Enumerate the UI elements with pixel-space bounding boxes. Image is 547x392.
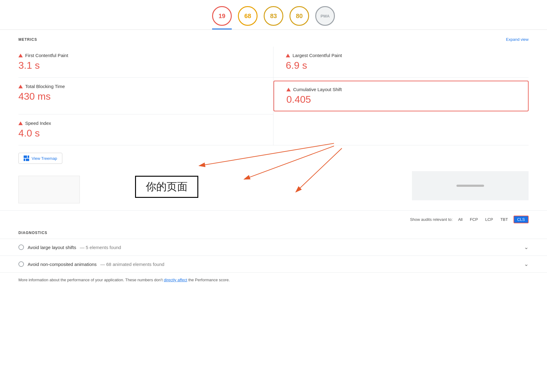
tab-4[interactable]: 80 (289, 6, 309, 29)
score-circle-19: 19 (212, 6, 232, 26)
audit-item-layout-shifts[interactable]: Avoid large layout shifts — 5 elements f… (0, 239, 547, 256)
error-icon-tbt (18, 85, 23, 88)
metric-speed-value: 4.0 s (18, 128, 264, 139)
error-icon-cls (286, 88, 291, 91)
filter-all-button[interactable]: All (456, 217, 464, 222)
audit-detail-non-composited: — 68 animated elements found (100, 262, 164, 267)
metric-fcp-header: First Contentful Paint (18, 53, 264, 58)
preview-scrollbar (456, 185, 484, 187)
treemap-button-label: View Treemap (32, 156, 57, 161)
audit-detail-layout-shifts: — 5 elements found (80, 245, 121, 250)
metrics-header: METRICS Expand view (0, 30, 547, 47)
metric-empty (274, 114, 529, 145)
score-tabs: 19 68 83 80 PWA (0, 0, 547, 30)
metric-tbt: Total Blocking Time 430 ms (18, 78, 274, 114)
metric-fcp: First Contentful Paint 3.1 s (18, 47, 274, 78)
score-circle-80: 80 (289, 6, 309, 26)
audit-status-icon-non-composited (18, 261, 24, 267)
tab-3[interactable]: 83 (264, 6, 283, 29)
metric-fcp-name: First Contentful Paint (25, 53, 68, 58)
score-circle-83: 83 (264, 6, 283, 26)
filter-label: Show audits relevant to: (410, 217, 453, 222)
page-preview-right (412, 171, 529, 200)
filter-tbt-button[interactable]: TBT (499, 217, 510, 222)
metric-lcp-header: Largest Contentful Paint (286, 53, 519, 58)
footer-text-before: More information about the performance o… (18, 278, 164, 282)
page-label-text: 你的页面 (146, 181, 188, 192)
error-icon-lcp (286, 54, 290, 57)
footer-text-after: the Performance score. (187, 278, 230, 282)
metric-speed-header: Speed Index (18, 121, 264, 126)
audit-title-non-composited: Avoid non-composited animations (28, 262, 97, 267)
filter-fcp-button[interactable]: FCP (468, 217, 480, 222)
audit-item-non-composited[interactable]: Avoid non-composited animations — 68 ani… (0, 256, 547, 272)
filter-lcp-button[interactable]: LCP (483, 217, 495, 222)
error-icon-fcp (18, 54, 23, 57)
metric-cls-name: Cumulative Layout Shift (293, 87, 342, 92)
chevron-icon-non-composited: ⌄ (524, 261, 529, 267)
metrics-section-label: METRICS (18, 37, 37, 42)
metric-speed: Speed Index 4.0 s (18, 114, 274, 145)
tab-pwa[interactable]: PWA (315, 6, 335, 29)
error-icon-speed (18, 121, 23, 125)
audit-title-layout-shifts: Avoid large layout shifts (28, 245, 76, 250)
metric-cls-value: 0.405 (286, 94, 519, 105)
chevron-icon-layout-shifts: ⌄ (524, 244, 529, 251)
audit-filter-bar: Show audits relevant to: All FCP LCP TBT… (0, 210, 547, 228)
score-circle-pwa: PWA (315, 6, 335, 26)
footer-link[interactable]: directly affect (164, 278, 187, 282)
filter-cls-button[interactable]: CLS (514, 216, 529, 223)
page-preview-area: 你的页面 (18, 171, 529, 208)
metric-tbt-name: Total Blocking Time (25, 84, 65, 89)
metric-lcp: Largest Contentful Paint 6.9 s (274, 47, 529, 78)
score-circle-68: 68 (238, 6, 258, 26)
tab-performance[interactable]: 19 (212, 6, 232, 29)
svg-line-3 (199, 143, 334, 166)
expand-view-button[interactable]: Expand view (506, 37, 529, 42)
view-treemap-button[interactable]: View Treemap (18, 153, 62, 164)
metric-cls: Cumulative Layout Shift 0.405 (274, 81, 529, 111)
page-label-box: 你的页面 (135, 176, 198, 198)
metric-tbt-header: Total Blocking Time (18, 84, 264, 89)
tab-2[interactable]: 68 (238, 6, 258, 29)
metrics-grid: First Contentful Paint 3.1 s Largest Con… (0, 47, 547, 145)
audit-left-non-composited: Avoid non-composited animations — 68 ani… (18, 261, 164, 267)
metric-fcp-value: 3.1 s (18, 60, 264, 71)
page-preview-placeholder (18, 176, 80, 203)
audit-left-layout-shifts: Avoid large layout shifts — 5 elements f… (18, 244, 121, 250)
treemap-icon (24, 156, 29, 161)
metric-lcp-value: 6.9 s (286, 60, 519, 71)
audit-status-icon-layout-shifts (18, 244, 24, 250)
metric-lcp-name: Largest Contentful Paint (293, 53, 342, 58)
footer-note: More information about the performance o… (0, 272, 547, 287)
metric-speed-name: Speed Index (25, 121, 51, 126)
diagnostics-section-label: DIAGNOSTICS (0, 228, 547, 239)
metric-cls-header: Cumulative Layout Shift (286, 87, 519, 92)
metric-tbt-value: 430 ms (18, 91, 264, 102)
